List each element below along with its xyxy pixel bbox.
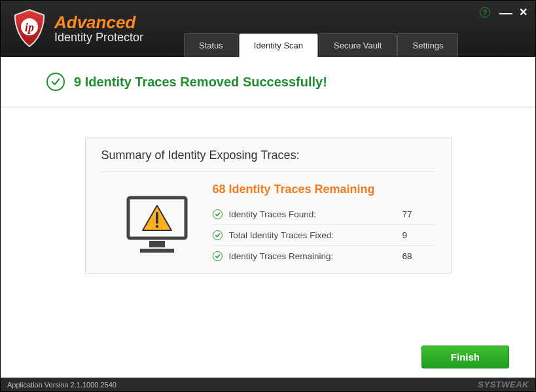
tab-settings[interactable]: Settings (397, 33, 458, 57)
stat-row-found: Identity Traces Found: 77 (213, 204, 435, 225)
summary-card: Summary of Identity Exposing Traces: 68 … (85, 137, 452, 274)
finish-button[interactable]: Finish (421, 346, 509, 368)
stats-column: 68 Identity Traces Remaining Identity Tr… (213, 183, 435, 266)
tab-status[interactable]: Status (184, 33, 238, 57)
svg-text:ip: ip (25, 21, 34, 34)
vendor-logo: SYSTWEAK (478, 380, 529, 389)
stat-value: 77 (402, 209, 435, 219)
help-icon[interactable]: ? (480, 7, 490, 18)
brand-name-top: Advanced (54, 13, 143, 32)
check-circle-icon (46, 73, 65, 91)
monitor-warning-icon (101, 183, 213, 266)
check-icon (213, 251, 223, 261)
main-tabs: Status Identity Scan Secure Vault Settin… (184, 33, 458, 57)
shield-logo-icon: ip (11, 9, 48, 49)
content-area: Summary of Identity Exposing Traces: 68 … (1, 107, 535, 336)
stat-label: Identity Traces Remaining: (229, 251, 402, 261)
check-icon (213, 209, 223, 219)
titlebar: ip Advanced Identity Protector ? ― ✕ Sta… (1, 1, 535, 57)
stat-value: 68 (402, 251, 435, 261)
svg-rect-3 (149, 241, 165, 247)
tab-secure-vault[interactable]: Secure Vault (319, 33, 397, 57)
close-button[interactable]: ✕ (519, 6, 527, 18)
footer-actions: Finish (1, 336, 535, 378)
window-controls: ? ― ✕ (480, 6, 527, 18)
svg-rect-4 (140, 249, 174, 253)
stat-row-fixed: Total Identity Traces Fixed: 9 (213, 225, 435, 246)
minimize-button[interactable]: ― (499, 11, 510, 14)
brand-name-bottom: Identity Protector (54, 31, 143, 45)
version-text: Application Version 2.1.1000.2540 (7, 381, 116, 389)
svg-point-6 (155, 225, 158, 228)
app-window: ip Advanced Identity Protector ? ― ✕ Sta… (0, 0, 536, 392)
stat-row-remaining: Identity Traces Remaining: 68 (213, 246, 435, 266)
stat-label: Identity Traces Found: (229, 209, 402, 219)
tab-identity-scan[interactable]: Identity Scan (239, 33, 318, 57)
stat-label: Total Identity Traces Fixed: (229, 230, 402, 240)
check-icon (213, 230, 223, 240)
success-banner: 9 Identity Traces Removed Successfully! (1, 57, 535, 107)
summary-body: 68 Identity Traces Remaining Identity Tr… (101, 172, 435, 266)
summary-title: Summary of Identity Exposing Traces: (101, 149, 435, 172)
statusbar: Application Version 2.1.1000.2540 SYSTWE… (1, 378, 535, 391)
stat-value: 9 (402, 230, 435, 240)
banner-message: 9 Identity Traces Removed Successfully! (74, 75, 327, 90)
brand-block: ip Advanced Identity Protector (1, 1, 156, 49)
remaining-headline: 68 Identity Traces Remaining (213, 183, 435, 196)
brand-text: Advanced Identity Protector (54, 13, 143, 45)
